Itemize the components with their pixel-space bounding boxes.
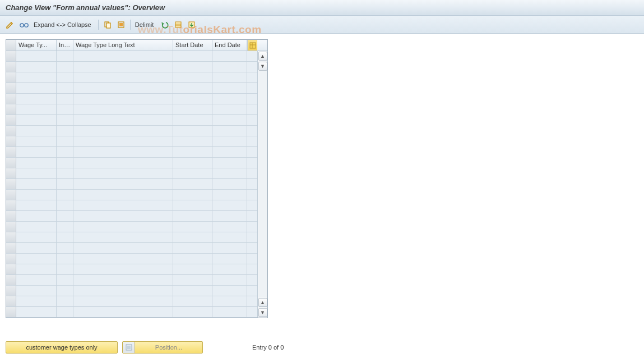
- cell-long-text[interactable]: [73, 136, 173, 146]
- cell-end[interactable]: [212, 62, 247, 72]
- row-selector[interactable]: [6, 104, 16, 114]
- cell-start[interactable]: [173, 94, 212, 104]
- table-row[interactable]: [6, 147, 257, 158]
- cell-start[interactable]: [173, 254, 212, 264]
- table-row[interactable]: [6, 83, 257, 94]
- table-row[interactable]: [6, 232, 257, 243]
- cell-long-text[interactable]: [73, 243, 173, 253]
- row-selector[interactable]: [6, 243, 16, 253]
- cell-long-text[interactable]: [73, 83, 173, 93]
- cell-wage-ty[interactable]: [16, 222, 57, 232]
- row-selector[interactable]: [6, 147, 16, 157]
- cell-start[interactable]: [173, 264, 212, 274]
- cell-start[interactable]: [173, 147, 212, 157]
- row-selector[interactable]: [6, 179, 16, 189]
- undo-icon[interactable]: [159, 19, 170, 30]
- cell-inf[interactable]: [57, 158, 73, 168]
- cell-start[interactable]: [173, 126, 212, 136]
- cell-inf[interactable]: [57, 243, 73, 253]
- cell-end[interactable]: [212, 286, 247, 296]
- cell-long-text[interactable]: [73, 104, 173, 114]
- cell-wage-ty[interactable]: [16, 168, 57, 178]
- table-row[interactable]: [6, 286, 257, 296]
- cell-start[interactable]: [173, 72, 212, 82]
- vertical-scrollbar[interactable]: ▲ ▼ ▲ ▼: [257, 51, 267, 318]
- cell-end[interactable]: [212, 126, 247, 136]
- cell-end[interactable]: [212, 211, 247, 221]
- cell-start[interactable]: [173, 222, 212, 232]
- row-selector[interactable]: [6, 307, 16, 317]
- cell-start[interactable]: [173, 115, 212, 125]
- cell-inf[interactable]: [57, 254, 73, 264]
- expand-collapse-button[interactable]: Expand <-> Collapse: [33, 19, 95, 30]
- col-start[interactable]: Start Date: [173, 40, 212, 51]
- cell-start[interactable]: [173, 158, 212, 168]
- cell-long-text[interactable]: [73, 190, 173, 200]
- table-row[interactable]: [6, 51, 257, 62]
- cell-start[interactable]: [173, 104, 212, 114]
- row-selector[interactable]: [6, 211, 16, 221]
- cell-wage-ty[interactable]: [16, 115, 57, 125]
- cell-inf[interactable]: [57, 190, 73, 200]
- cell-start[interactable]: [173, 307, 212, 317]
- cell-end[interactable]: [212, 264, 247, 274]
- cell-inf[interactable]: [57, 307, 73, 317]
- cell-start[interactable]: [173, 275, 212, 285]
- cell-start[interactable]: [173, 286, 212, 296]
- cell-wage-ty[interactable]: [16, 136, 57, 146]
- table-row[interactable]: [6, 243, 257, 254]
- position-button[interactable]: Position...: [122, 341, 203, 354]
- table-row[interactable]: [6, 115, 257, 126]
- cell-wage-ty[interactable]: [16, 296, 57, 306]
- table-row[interactable]: [6, 72, 257, 83]
- cell-start[interactable]: [173, 296, 212, 306]
- cell-end[interactable]: [212, 136, 247, 146]
- cell-wage-ty[interactable]: [16, 200, 57, 210]
- cell-end[interactable]: [212, 296, 247, 306]
- cell-wage-ty[interactable]: [16, 83, 57, 93]
- cell-inf[interactable]: [57, 62, 73, 72]
- cell-start[interactable]: [173, 51, 212, 61]
- table-config-icon[interactable]: [247, 40, 257, 51]
- cell-inf[interactable]: [57, 296, 73, 306]
- cell-end[interactable]: [212, 243, 247, 253]
- cell-long-text[interactable]: [73, 232, 173, 242]
- cell-end[interactable]: [212, 232, 247, 242]
- cell-end[interactable]: [212, 104, 247, 114]
- cell-end[interactable]: [212, 179, 247, 189]
- cell-long-text[interactable]: [73, 222, 173, 232]
- scroll-down-icon[interactable]: ▼: [258, 62, 267, 71]
- table-row[interactable]: [6, 158, 257, 168]
- cell-inf[interactable]: [57, 72, 73, 82]
- col-wage-ty[interactable]: Wage Ty...: [16, 40, 57, 51]
- table-row[interactable]: [6, 307, 257, 318]
- col-inf[interactable]: Inf...: [57, 40, 73, 51]
- table-row[interactable]: [6, 211, 257, 222]
- table-row[interactable]: [6, 179, 257, 190]
- cell-inf[interactable]: [57, 104, 73, 114]
- copy-icon[interactable]: [102, 19, 113, 30]
- scroll-up2-icon[interactable]: ▲: [258, 298, 267, 307]
- cell-start[interactable]: [173, 190, 212, 200]
- cell-long-text[interactable]: [73, 179, 173, 189]
- row-selector[interactable]: [6, 83, 16, 93]
- cell-long-text[interactable]: [73, 115, 173, 125]
- col-long-text[interactable]: Wage Type Long Text: [73, 40, 173, 51]
- cell-wage-ty[interactable]: [16, 211, 57, 221]
- cell-wage-ty[interactable]: [16, 158, 57, 168]
- cell-inf[interactable]: [57, 126, 73, 136]
- cell-long-text[interactable]: [73, 254, 173, 264]
- table-row[interactable]: [6, 222, 257, 232]
- table-settings-icon[interactable]: [173, 19, 184, 30]
- row-selector[interactable]: [6, 190, 16, 200]
- table-row[interactable]: [6, 136, 257, 147]
- table-row[interactable]: [6, 168, 257, 179]
- table-row[interactable]: [6, 62, 257, 72]
- position-label[interactable]: Position...: [135, 342, 202, 353]
- cell-inf[interactable]: [57, 275, 73, 285]
- scroll-down2-icon[interactable]: ▼: [258, 308, 267, 317]
- cell-inf[interactable]: [57, 147, 73, 157]
- row-selector[interactable]: [6, 264, 16, 274]
- cell-end[interactable]: [212, 254, 247, 264]
- table-row[interactable]: [6, 94, 257, 104]
